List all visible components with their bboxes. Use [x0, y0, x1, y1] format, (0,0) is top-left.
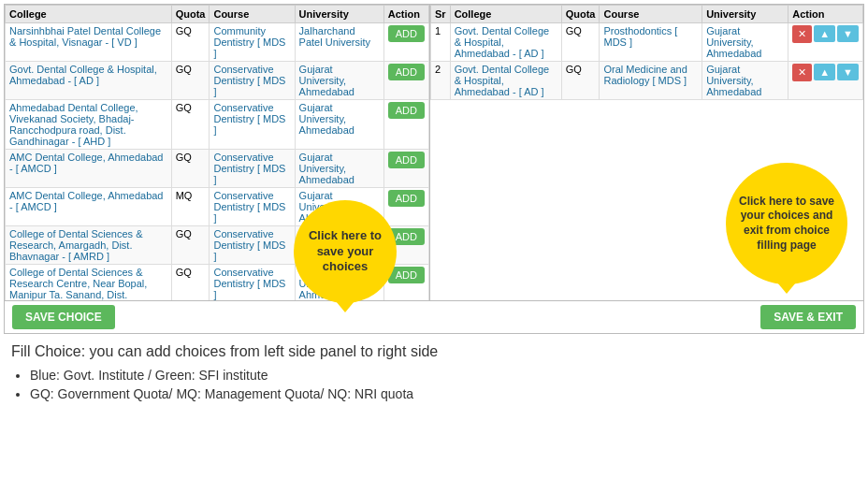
rcol-action: Action [788, 6, 863, 23]
right-table-row: 2 Govt. Dental College & Hospital, Ahmed… [431, 62, 863, 100]
right-cell-quota: GQ [561, 23, 600, 62]
left-table-row: Ahmedabad Dental College, Vivekanad Soci… [6, 100, 429, 150]
left-table-row: Narsinhbhai Patel Dental College & Hospi… [6, 23, 429, 62]
col-course: Course [210, 6, 295, 23]
left-cell-course: Conservative Dentistry [ MDS ] [210, 150, 295, 188]
add-button[interactable]: ADD [388, 64, 425, 80]
save-exit-button[interactable]: SAVE & EXIT [760, 305, 856, 329]
instruction-item: GQ: Government Quota/ MQ: Management Quo… [30, 386, 857, 401]
right-cell-sr: 2 [431, 62, 451, 100]
instructions-list: Blue: Govt. Institute / Green: SFI insti… [30, 368, 857, 401]
right-table-row: 1 Govt. Dental College & Hospital, Ahmed… [431, 23, 863, 62]
left-cell-course: Conservative Dentistry [ MDS ] [210, 100, 295, 150]
left-cell-university: Gujarat University, Ahmedabad [295, 150, 383, 188]
left-cell-college: AMC Dental College, Ahmedabad - [ AMCD ] [6, 150, 172, 188]
right-cell-university: Gujarat University, Ahmedabad [702, 62, 788, 100]
right-cell-college: Govt. Dental College & Hospital, Ahmedab… [450, 23, 561, 62]
footer-bar: SAVE CHOICE SAVE & EXIT [4, 301, 864, 334]
instruction-item: Blue: Govt. Institute / Green: SFI insti… [30, 368, 857, 383]
left-cell-course: Conservative Dentistry [ MDS ] [210, 226, 295, 265]
save-choices-bubble-left: Click here to save your choices [294, 200, 397, 303]
delete-button[interactable]: ✕ [792, 64, 812, 81]
add-button[interactable]: ADD [388, 190, 425, 207]
instructions-heading: Fill Choice: you can add choices from le… [11, 343, 857, 360]
left-cell-quota: GQ [171, 265, 210, 301]
left-cell-action[interactable]: ADD [383, 23, 428, 62]
left-cell-college: Narsinhbhai Patel Dental College & Hospi… [6, 23, 172, 62]
left-cell-action[interactable]: ADD [383, 150, 428, 188]
left-cell-college: College of Dental Sciences & Research, A… [6, 226, 172, 265]
rcol-college: College [450, 6, 561, 23]
left-cell-university: Jalharchand Patel University [295, 23, 383, 62]
left-table-row: AMC Dental College, Ahmedabad - [ AMCD ]… [6, 150, 429, 188]
add-button[interactable]: ADD [388, 25, 425, 42]
bubble-left-text: Click here to save your choices [301, 228, 389, 276]
right-cell-action[interactable]: ✕ ▲ ▼ [788, 23, 863, 62]
right-cell-quota: GQ [561, 62, 600, 100]
left-cell-quota: GQ [171, 100, 210, 150]
main-container: College Quota Course University Action N… [0, 0, 868, 418]
left-cell-quota: GQ [171, 226, 210, 265]
left-cell-course: Community Dentistry [ MDS ] [210, 23, 295, 62]
save-choices-bubble-right: Click here to save your choices and exit… [726, 163, 847, 284]
left-cell-course: Conservative Dentistry [ MDS ] [210, 188, 295, 226]
left-table-row: Govt. Dental College & Hospital, Ahmedab… [6, 62, 429, 100]
rcol-university: University [702, 6, 788, 23]
col-university: University [295, 6, 383, 23]
left-cell-action[interactable]: ADD [383, 188, 428, 226]
delete-button[interactable]: ✕ [792, 25, 812, 43]
right-cell-action[interactable]: ✕ ▲ ▼ [788, 62, 863, 100]
col-quota: Quota [171, 6, 210, 23]
add-button[interactable]: ADD [388, 152, 425, 168]
move-down-button[interactable]: ▼ [837, 25, 859, 42]
left-cell-quota: MQ [171, 188, 210, 226]
left-cell-college: Govt. Dental College & Hospital, Ahmedab… [6, 62, 172, 100]
col-action: Action [383, 6, 428, 23]
right-cell-college: Govt. Dental College & Hospital, Ahmedab… [450, 62, 561, 100]
save-choice-button[interactable]: SAVE CHOICE [12, 305, 115, 329]
left-cell-college: AMC Dental College, Ahmedabad - [ AMCD ] [6, 188, 172, 226]
left-cell-course: Conservative Dentistry [ MDS ] [210, 265, 295, 301]
left-cell-action[interactable]: ADD [383, 100, 428, 150]
col-college: College [6, 6, 172, 23]
left-cell-course: Conservative Dentistry [ MDS ] [210, 62, 295, 100]
instructions-section: Fill Choice: you can add choices from le… [4, 334, 864, 414]
bubble-right-text: Click here to save your choices and exit… [735, 195, 838, 253]
rcol-sr: Sr [431, 6, 451, 23]
right-table: Sr College Quota Course University Actio… [430, 5, 863, 100]
move-down-button[interactable]: ▼ [837, 64, 859, 80]
left-cell-college: Ahmedabad Dental College, Vivekanad Soci… [6, 100, 172, 150]
right-cell-course: Prosthodontics [ MDS ] [600, 23, 702, 62]
add-button[interactable]: ADD [388, 102, 425, 119]
left-cell-college: College of Dental Sciences & Research Ce… [6, 265, 172, 301]
right-cell-university: Gujarat University, Ahmedabad [702, 23, 788, 62]
move-up-button[interactable]: ▲ [814, 64, 835, 80]
left-cell-quota: GQ [171, 23, 210, 62]
left-cell-university: Gujarat University, Ahmedabad [295, 100, 383, 150]
left-cell-quota: GQ [171, 62, 210, 100]
rcol-course: Course [600, 6, 702, 23]
left-cell-university: Gujarat University, Ahmedabad [295, 62, 383, 100]
rcol-quota: Quota [561, 6, 600, 23]
left-cell-action[interactable]: ADD [383, 62, 428, 100]
move-up-button[interactable]: ▲ [814, 25, 835, 42]
right-cell-course: Oral Medicine and Radiology [ MDS ] [600, 62, 702, 100]
right-cell-sr: 1 [431, 23, 451, 62]
left-cell-quota: GQ [171, 150, 210, 188]
